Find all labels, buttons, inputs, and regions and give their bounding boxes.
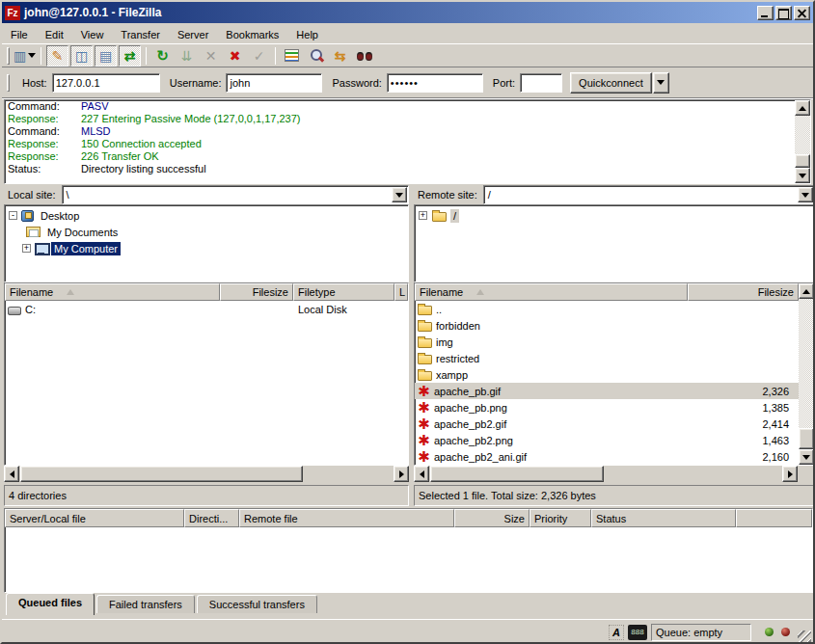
combo-dropdown-button[interactable] xyxy=(392,187,407,202)
remote-vertical-scrollbar[interactable] xyxy=(799,283,814,465)
scroll-up-button[interactable] xyxy=(795,100,810,116)
log-label: Command: xyxy=(8,125,81,138)
scroll-down-button[interactable] xyxy=(795,168,810,183)
menu-edit[interactable]: Edit xyxy=(37,27,72,42)
username-input[interactable] xyxy=(226,73,322,93)
scroll-left-button[interactable] xyxy=(4,466,19,482)
transfer-queue[interactable]: Server/Local file Directi... Remote file… xyxy=(4,508,813,593)
toggle-transfer-queue-button[interactable]: ⇄ xyxy=(119,45,141,67)
expand-icon[interactable]: + xyxy=(419,211,427,220)
disconnect-button[interactable]: ✖ xyxy=(224,45,246,67)
combo-dropdown-button[interactable] xyxy=(798,187,813,202)
column-header-remote-file[interactable]: Remote file xyxy=(239,509,454,527)
column-header-size[interactable]: Size xyxy=(454,509,530,527)
menu-help[interactable]: Help xyxy=(287,27,327,42)
scroll-up-button[interactable] xyxy=(799,283,814,299)
menu-file[interactable]: File xyxy=(2,27,37,42)
column-header-priority[interactable]: Priority xyxy=(530,509,591,527)
list-item[interactable]: forbidden xyxy=(415,317,799,334)
scroll-right-button[interactable] xyxy=(394,466,409,482)
directory-comparison-button[interactable]: ⇆ xyxy=(329,45,351,67)
toolbar-grip[interactable] xyxy=(7,47,10,65)
speed-limit-indicator-icon[interactable]: 888 xyxy=(628,625,647,640)
remote-file-list[interactable]: Filename Filesize .. forbidden img restr… xyxy=(414,282,815,466)
menu-view[interactable]: View xyxy=(72,27,113,42)
quickconnect-button[interactable]: Quickconnect xyxy=(570,72,652,94)
column-header-server-local-file[interactable]: Server/Local file xyxy=(5,509,184,527)
scroll-left-button[interactable] xyxy=(414,466,429,482)
maximize-button[interactable] xyxy=(775,6,792,20)
port-input[interactable] xyxy=(520,73,562,93)
local-tree[interactable]: - Desktop My Documents + My Computer xyxy=(4,204,409,282)
log-vertical-scrollbar[interactable] xyxy=(795,100,810,183)
quickbar-grip[interactable] xyxy=(7,74,10,92)
site-manager-button[interactable]: ▥ xyxy=(14,45,36,67)
local-horizontal-scrollbar[interactable] xyxy=(4,466,409,482)
tab-queued-files[interactable]: Queued files xyxy=(6,593,95,615)
column-header-filename[interactable]: Filename xyxy=(5,283,220,301)
tree-item-my-documents[interactable]: My Documents xyxy=(5,224,408,240)
cancel-operation-button[interactable]: ✕ xyxy=(200,45,222,67)
list-item[interactable]: apache_pb2.gif2,414 xyxy=(415,416,799,432)
scroll-right-button[interactable] xyxy=(782,466,798,482)
tree-item-my-computer[interactable]: + My Computer xyxy=(5,240,408,256)
filter-button[interactable] xyxy=(281,45,303,67)
process-queue-button[interactable]: ⇊ xyxy=(176,45,198,67)
column-header-filetype[interactable]: Filetype xyxy=(293,283,394,301)
scroll-thumb[interactable] xyxy=(795,154,810,168)
scroll-thumb[interactable] xyxy=(430,466,604,482)
list-item[interactable]: apache_pb2.png1,463 xyxy=(415,432,799,448)
local-site-combo[interactable]: \ xyxy=(62,185,409,204)
menu-server[interactable]: Server xyxy=(169,27,217,42)
column-header-last-modified[interactable]: L xyxy=(394,283,408,301)
host-input[interactable] xyxy=(52,73,160,93)
list-item[interactable]: restricted xyxy=(415,350,799,366)
list-item-c-drive[interactable]: C: Local Disk xyxy=(5,301,408,317)
quickconnect-dropdown-button[interactable] xyxy=(653,72,669,94)
list-item[interactable]: apache_pb.png1,385 xyxy=(415,399,799,416)
toggle-local-tree-button[interactable]: ◫ xyxy=(70,45,93,67)
list-item-selected[interactable]: apache_pb.gif2,326 xyxy=(415,383,799,399)
toggle-remote-tree-button[interactable]: ▤ xyxy=(95,45,117,67)
menu-bookmarks[interactable]: Bookmarks xyxy=(217,27,287,42)
find-files-button[interactable] xyxy=(305,45,327,67)
tree-item-desktop[interactable]: - Desktop xyxy=(5,207,408,224)
message-log[interactable]: Command:PASV Response:227 Entering Passi… xyxy=(4,99,811,184)
list-item[interactable]: xampp xyxy=(415,366,799,383)
list-item[interactable]: img xyxy=(415,334,799,350)
tab-failed-transfers[interactable]: Failed transfers xyxy=(96,595,195,613)
menu-transfer[interactable]: Transfer xyxy=(112,27,169,42)
close-button[interactable] xyxy=(794,6,810,20)
toggle-message-log-button[interactable]: ✎ xyxy=(46,45,68,67)
tab-successful-transfers[interactable]: Successful transfers xyxy=(197,595,317,613)
remote-horizontal-scrollbar[interactable] xyxy=(414,466,798,482)
list-item[interactable]: apache_pb2_ani.gif2,160 xyxy=(415,448,799,465)
column-header-filesize[interactable]: Filesize xyxy=(688,283,799,301)
remote-site-combo[interactable]: / xyxy=(483,185,815,204)
scroll-thumb[interactable] xyxy=(20,466,303,482)
abort-button[interactable]: ✓ xyxy=(248,45,270,67)
column-header-filesize[interactable]: Filesize xyxy=(220,283,293,301)
resize-grip[interactable] xyxy=(798,631,811,644)
tree-item-root[interactable]: + / xyxy=(415,207,814,224)
refresh-button[interactable]: ↻ xyxy=(151,45,174,67)
collapse-icon[interactable]: - xyxy=(9,211,17,220)
list-item[interactable]: .. xyxy=(415,301,799,317)
title-bar[interactable]: Fz john@127.0.0.1 - FileZilla xyxy=(2,2,813,23)
column-header-filename[interactable]: Filename xyxy=(415,283,688,301)
scroll-down-button[interactable] xyxy=(799,449,814,465)
scroll-thumb[interactable] xyxy=(799,428,814,449)
transfer-type-indicator-icon[interactable]: A xyxy=(609,625,624,640)
refresh-icon: ↻ xyxy=(156,47,169,65)
synchronized-browsing-button[interactable] xyxy=(353,45,375,67)
password-input[interactable] xyxy=(387,73,483,93)
column-header-status[interactable]: Status xyxy=(591,509,736,527)
column-header-direction[interactable]: Directi... xyxy=(184,509,239,527)
local-file-list[interactable]: Filename Filesize Filetype L C: Local Di… xyxy=(4,282,409,466)
local-site-row: Local site: \ xyxy=(4,185,409,204)
minimize-button[interactable] xyxy=(757,6,774,20)
remote-tree[interactable]: + / xyxy=(414,204,815,282)
scroll-track[interactable] xyxy=(799,299,814,449)
column-header-empty[interactable] xyxy=(736,509,812,527)
expand-icon[interactable]: + xyxy=(22,244,31,253)
